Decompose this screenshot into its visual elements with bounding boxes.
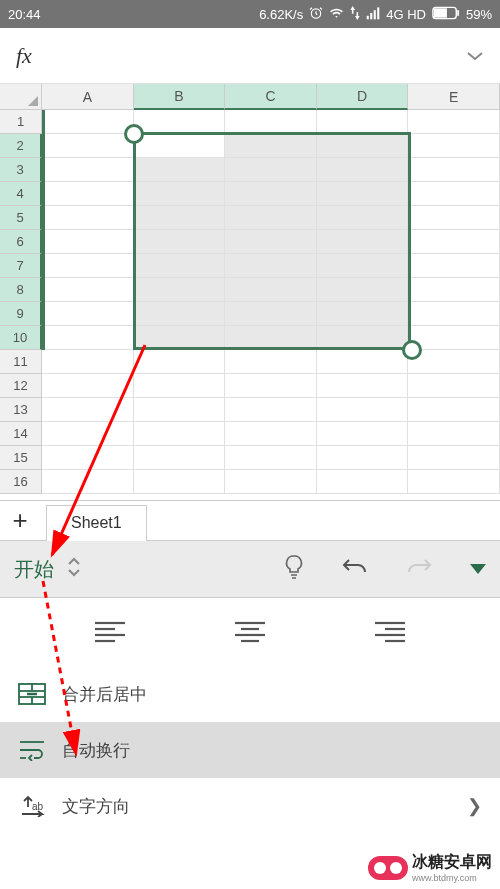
column-headers: A B C D E [42, 84, 500, 110]
align-right-button[interactable] [368, 614, 412, 650]
network-label: 4G HD [386, 7, 426, 22]
status-time: 20:44 [8, 7, 41, 22]
add-sheet-button[interactable]: + [0, 501, 40, 541]
svg-text:ab: ab [32, 801, 44, 812]
row-header[interactable]: 10 [0, 326, 42, 350]
sheet-tabs: + Sheet1 [0, 500, 500, 540]
ribbon-bar: 开始 [0, 540, 500, 598]
ribbon-tab-label[interactable]: 开始 [14, 556, 54, 583]
chevron-right-icon: ❯ [467, 795, 482, 817]
svg-rect-7 [457, 10, 459, 16]
cells-area[interactable] [42, 110, 500, 500]
watermark-url: www.btdmy.com [412, 873, 492, 883]
row-header[interactable]: 13 [0, 398, 42, 422]
redo-icon[interactable] [406, 556, 432, 582]
wrap-text-icon [18, 738, 46, 762]
row-header[interactable]: 16 [0, 470, 42, 494]
lightbulb-icon[interactable] [284, 554, 304, 584]
watermark: 冰糖安卓网 www.btdmy.com [368, 852, 492, 883]
text-direction-label: 文字方向 [62, 795, 130, 818]
svg-rect-3 [374, 10, 376, 19]
svg-rect-4 [377, 7, 379, 19]
merge-center-icon [18, 682, 46, 706]
svg-rect-6 [434, 8, 447, 17]
row-header[interactable]: 2 [0, 134, 42, 158]
battery-pct: 59% [466, 7, 492, 22]
selection-handle-bottom-right[interactable] [402, 340, 422, 360]
col-header-e[interactable]: E [408, 84, 500, 110]
row-header[interactable]: 15 [0, 446, 42, 470]
collapse-ribbon-icon[interactable] [470, 560, 486, 578]
row-header[interactable]: 1 [0, 110, 42, 134]
row-header[interactable]: 5 [0, 206, 42, 230]
col-header-c[interactable]: C [225, 84, 317, 110]
spreadsheet-grid[interactable]: A B C D E 1 2 3 4 5 6 7 8 9 10 11 12 13 … [0, 84, 500, 500]
data-sync-icon [350, 6, 360, 23]
battery-icon [432, 6, 460, 23]
align-center-button[interactable] [228, 614, 272, 650]
text-direction-icon: ab [18, 794, 46, 818]
status-speed: 6.62K/s [259, 7, 303, 22]
formula-bar[interactable]: fx [0, 28, 500, 84]
row-header[interactable]: 14 [0, 422, 42, 446]
selection-handle-top-left[interactable] [124, 124, 144, 144]
merge-center-row[interactable]: 合并后居中 [0, 666, 500, 722]
selection-left-edge [42, 110, 45, 350]
alignment-row [0, 598, 500, 666]
row-headers: 1 2 3 4 5 6 7 8 9 10 11 12 13 14 15 16 [0, 110, 42, 494]
col-header-b[interactable]: B [134, 84, 226, 110]
status-bar: 20:44 6.62K/s 4G HD 59% [0, 0, 500, 28]
watermark-icon [368, 856, 408, 880]
row-header[interactable]: 11 [0, 350, 42, 374]
row-header[interactable]: 7 [0, 254, 42, 278]
wifi-icon [329, 6, 344, 23]
row-header[interactable]: 6 [0, 230, 42, 254]
text-direction-row[interactable]: ab 文字方向 ❯ [0, 778, 500, 834]
row-header[interactable]: 8 [0, 278, 42, 302]
alarm-icon [309, 6, 323, 23]
svg-rect-1 [367, 15, 369, 18]
row-header[interactable]: 9 [0, 302, 42, 326]
select-all-corner[interactable] [0, 84, 42, 110]
formula-expand-icon[interactable] [466, 47, 484, 65]
undo-icon[interactable] [342, 556, 368, 582]
row-header[interactable]: 4 [0, 182, 42, 206]
align-left-button[interactable] [88, 614, 132, 650]
merge-center-label: 合并后居中 [62, 683, 147, 706]
fx-label: fx [16, 43, 32, 69]
ribbon-switch-icon[interactable] [66, 556, 82, 582]
sheet-tab-1[interactable]: Sheet1 [46, 505, 147, 541]
col-header-d[interactable]: D [317, 84, 409, 110]
svg-rect-2 [370, 13, 372, 19]
row-header[interactable]: 12 [0, 374, 42, 398]
watermark-text: 冰糖安卓网 [412, 852, 492, 873]
row-header[interactable]: 3 [0, 158, 42, 182]
wrap-text-row[interactable]: 自动换行 [0, 722, 500, 778]
signal-icon [366, 6, 380, 23]
col-header-a[interactable]: A [42, 84, 134, 110]
wrap-text-label: 自动换行 [62, 739, 130, 762]
